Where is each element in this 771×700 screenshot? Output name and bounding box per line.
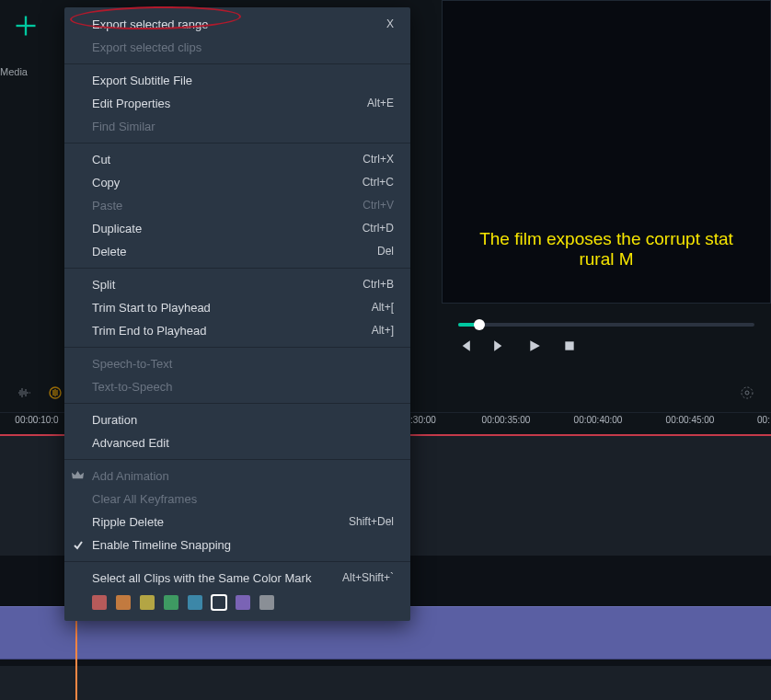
color-swatch[interactable]	[188, 595, 202, 610]
svg-point-4	[745, 391, 749, 395]
crown-icon	[71, 469, 85, 482]
menu-add-animation: Add Animation	[64, 465, 410, 488]
check-icon	[73, 539, 84, 550]
color-swatch[interactable]	[164, 595, 178, 610]
menu-ripple-delete[interactable]: Ripple Delete Shift+Del	[64, 511, 410, 534]
menu-separator	[64, 268, 410, 269]
settings-icon[interactable]	[740, 385, 754, 400]
menu-shortcut: X	[386, 17, 394, 32]
menu-shortcut: Ctrl+X	[362, 152, 394, 167]
menu-label: Speech-to-Text	[92, 356, 172, 372]
audio-waveform-icon[interactable]	[17, 385, 31, 400]
menu-label: Copy	[92, 175, 120, 190]
menu-separator	[64, 143, 410, 143]
menu-separator	[64, 561, 410, 562]
play-button[interactable]	[528, 339, 541, 352]
menu-label: Trim Start to Playhead	[92, 300, 211, 316]
menu-find-similar: Find Similar	[64, 115, 410, 138]
menu-label: Enable Timeline Snapping	[92, 537, 231, 553]
menu-separator	[64, 459, 410, 460]
menu-label: Ripple Delete	[92, 514, 164, 530]
menu-select-same-color[interactable]: Select all Clips with the Same Color Mar…	[64, 567, 410, 590]
color-swatch-selected[interactable]	[212, 595, 226, 610]
menu-label: Text-to-Speech	[92, 379, 172, 395]
marker-icon[interactable]	[48, 385, 63, 400]
ruler-tick: 00:00:10:0	[15, 415, 58, 425]
menu-label: Edit Properties	[92, 96, 170, 111]
color-swatch[interactable]	[140, 595, 155, 610]
menu-shortcut: Ctrl+B	[362, 277, 394, 293]
menu-shortcut: Alt+E	[367, 96, 394, 111]
preview-viewport: The film exposes the corrupt stat rural …	[442, 0, 771, 304]
menu-label: Export selected range	[92, 17, 208, 32]
svg-rect-2	[565, 341, 573, 350]
add-media-button[interactable]	[9, 9, 42, 42]
menu-edit-properties[interactable]: Edit Properties Alt+E	[64, 92, 410, 115]
menu-label: Duplicate	[92, 221, 142, 236]
next-frame-button[interactable]	[493, 339, 506, 352]
stop-button[interactable]	[563, 339, 576, 352]
menu-label: Add Animation	[92, 468, 169, 484]
menu-text-to-speech: Text-to-Speech	[64, 375, 410, 398]
ruler-tick: 00:	[757, 415, 770, 425]
menu-label: Clear All Keyframes	[92, 491, 197, 507]
subtitle-overlay: The film exposes the corrupt stat rural …	[443, 229, 770, 270]
menu-duration[interactable]: Duration	[64, 408, 410, 431]
menu-export-selected-clips: Export selected clips	[64, 36, 410, 59]
menu-shortcut: Alt+[	[372, 300, 394, 316]
color-swatch[interactable]	[92, 595, 107, 610]
menu-label: Split	[92, 277, 115, 293]
menu-label: Export Subtitle File	[92, 73, 192, 88]
menu-separator	[64, 347, 410, 348]
menu-speech-to-text: Speech-to-Text	[64, 352, 410, 375]
seek-bar[interactable]	[458, 323, 754, 327]
color-swatch[interactable]	[236, 595, 250, 610]
menu-separator	[64, 403, 410, 404]
ruler-tick: 00:00:35:00	[482, 415, 531, 425]
color-swatch[interactable]	[116, 595, 131, 610]
menu-delete[interactable]: Delete Del	[64, 240, 410, 263]
menu-shortcut: Alt+Shift+`	[342, 570, 394, 586]
ruler-tick: :30:00	[410, 415, 436, 425]
menu-label: Trim End to Playhead	[92, 323, 207, 339]
media-tab-label[interactable]: Media	[0, 66, 28, 77]
menu-advanced-edit[interactable]: Advanced Edit	[64, 431, 410, 454]
player-controls	[442, 308, 771, 363]
menu-paste: Paste Ctrl+V	[64, 194, 410, 217]
menu-cut[interactable]: Cut Ctrl+X	[64, 148, 410, 171]
context-menu: Export selected range X Export selected …	[64, 7, 410, 621]
menu-shortcut: Ctrl+V	[362, 198, 394, 213]
menu-copy[interactable]: Copy Ctrl+C	[64, 171, 410, 194]
menu-label: Select all Clips with the Same Color Mar…	[92, 570, 311, 586]
menu-separator	[64, 63, 410, 64]
ruler-tick: 00:00:45:00	[666, 415, 715, 425]
menu-export-selected-range[interactable]: Export selected range X	[64, 13, 410, 36]
menu-label: Find Similar	[92, 119, 155, 134]
menu-trim-start[interactable]: Trim Start to Playhead Alt+[	[64, 296, 410, 319]
menu-trim-end[interactable]: Trim End to Playhead Alt+]	[64, 319, 410, 342]
menu-shortcut: Ctrl+C	[362, 175, 394, 190]
menu-label: Duration	[92, 412, 137, 428]
color-swatch-row	[64, 590, 410, 615]
svg-point-5	[742, 387, 753, 398]
menu-duplicate[interactable]: Duplicate Ctrl+D	[64, 217, 410, 240]
menu-enable-snapping[interactable]: Enable Timeline Snapping	[64, 534, 410, 557]
menu-shortcut: Shift+Del	[349, 514, 394, 530]
menu-label: Delete	[92, 244, 127, 259]
menu-shortcut: Ctrl+D	[362, 221, 394, 236]
menu-clear-keyframes: Clear All Keyframes	[64, 488, 410, 511]
menu-shortcut: Alt+]	[372, 323, 394, 339]
prev-frame-button[interactable]	[458, 339, 471, 352]
menu-label: Advanced Edit	[92, 435, 169, 451]
menu-shortcut: Del	[377, 244, 394, 259]
menu-split[interactable]: Split Ctrl+B	[64, 273, 410, 296]
menu-export-subtitle-file[interactable]: Export Subtitle File	[64, 69, 410, 92]
seek-thumb[interactable]	[474, 319, 485, 330]
menu-label: Paste	[92, 198, 122, 213]
menu-label: Export selected clips	[92, 40, 201, 55]
menu-label: Cut	[92, 152, 110, 167]
ruler-tick: 00:00:40:00	[574, 415, 623, 425]
color-swatch[interactable]	[259, 595, 274, 610]
